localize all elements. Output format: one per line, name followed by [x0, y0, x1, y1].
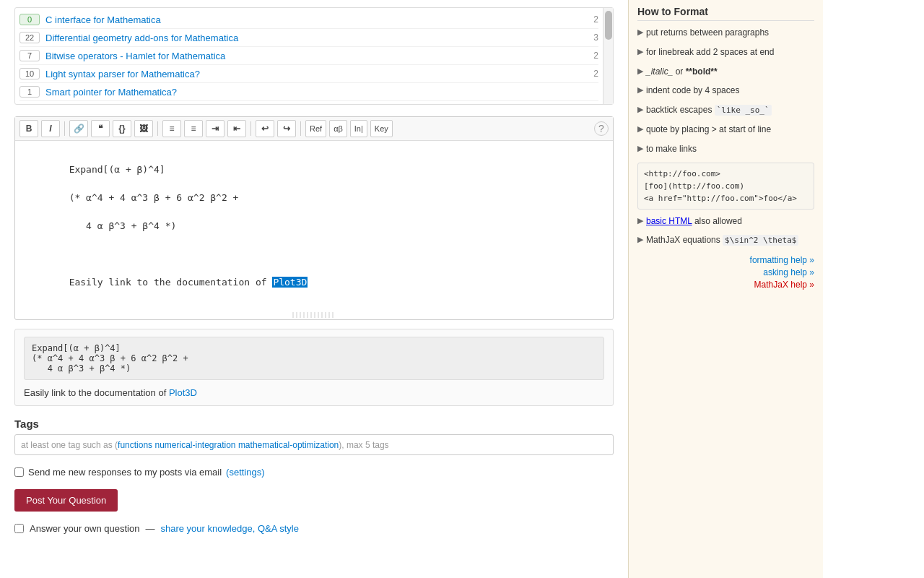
preview-text: Easily link to the documentation of Plot…	[24, 387, 604, 398]
format-item-6: ▶ quote by placing > at start of line	[637, 124, 814, 136]
submit-button[interactable]: Post Your Question	[14, 489, 118, 512]
sidebar: How to Format ▶ put returns between para…	[628, 0, 823, 578]
preview-container: Expand[(α + β)^4] (* α^4 + 4 α^3 β + 6 α…	[14, 329, 614, 406]
preview-code-line2: (* α^4 + 4 α^3 β + 6 α^2 β^2 +	[32, 353, 188, 363]
arrow-icon-2: ▶	[637, 47, 643, 56]
preview-code-line1: Expand[(α + β)^4]	[32, 343, 121, 353]
scrollbar[interactable]	[603, 8, 613, 104]
main-content: 0 C interface for Mathematica 2 22 Diffe…	[0, 0, 628, 578]
settings-link[interactable]: (settings)	[226, 467, 264, 478]
tag-link-numerical[interactable]: numerical-integration	[154, 440, 235, 450]
list-item: 22 Differential geometry add-ons for Mat…	[19, 29, 598, 47]
preview-code-block: Expand[(α + β)^4] (* α^4 + 4 α^3 β + 6 α…	[24, 337, 604, 380]
question-score: 7	[19, 50, 40, 61]
tags-placeholder: at least one tag such as (functions nume…	[21, 440, 389, 450]
question-link[interactable]: Light syntax parser for Mathematica?	[45, 69, 589, 79]
image-button[interactable]: 🖼	[134, 120, 153, 137]
sidebar-title: How to Format	[637, 6, 814, 21]
link-example-3: <a href="http://foo.com">foo</a>	[644, 194, 808, 203]
tag-link-math[interactable]: mathematical-optimization	[238, 440, 339, 450]
answer-own-row: Answer your own question — share your kn…	[14, 523, 614, 534]
key-button[interactable]: Key	[370, 120, 393, 137]
preview-code-line3: 4 α β^3 + β^4 *)	[32, 363, 131, 374]
arrow-icon-7: ▶	[637, 144, 643, 153]
tags-input-wrap[interactable]: at least one tag such as (functions nume…	[14, 434, 614, 455]
outdent-button[interactable]: ⇤	[227, 120, 246, 137]
email-checkbox-row: Send me new responses to my posts via em…	[14, 467, 614, 478]
editor-container: B I 🔗 ❝ {} 🖼 ≡ ≡ ⇥ ⇤ ↩ ↪ Ref αβ In| Key	[14, 116, 614, 320]
question-score: 1	[19, 86, 40, 98]
question-answers: 3	[593, 33, 598, 43]
email-checkbox[interactable]	[14, 467, 24, 477]
answer-own-checkbox[interactable]	[14, 524, 24, 533]
editor-toolbar: B I 🔗 ❝ {} 🖼 ≡ ≡ ⇥ ⇤ ↩ ↪ Ref αβ In| Key	[15, 117, 613, 141]
question-link[interactable]: C interface for Mathematica	[45, 14, 589, 25]
greek-button[interactable]: αβ	[329, 120, 347, 137]
editor-line2: (* α^4 + 4 α^3 β + 6 α^2 β^2 +	[69, 192, 239, 203]
preview-text-link[interactable]: Plot3D	[169, 387, 197, 398]
format-desc-1: put returns between paragraphs	[646, 27, 769, 39]
question-score: 0	[19, 14, 40, 25]
help-button[interactable]: ?	[594, 121, 609, 136]
redo-button[interactable]: ↪	[277, 120, 296, 137]
undo-button[interactable]: ↩	[256, 120, 274, 137]
indent-button[interactable]: ⇥	[206, 120, 225, 137]
toolbar-sep-3	[250, 121, 251, 136]
question-score: 10	[19, 68, 40, 79]
format-desc-5: backtick escapes `like _so_`	[646, 104, 772, 116]
bold-button[interactable]: B	[19, 120, 38, 137]
editor-textarea[interactable]: Expand[(α + β)^4] (* α^4 + 4 α^3 β + 6 α…	[15, 141, 613, 311]
inline-button[interactable]: In|	[350, 120, 367, 137]
list-item: 10 Light syntax parser for Mathematica? …	[19, 65, 598, 83]
question-answers: 2	[593, 51, 598, 61]
link-example-1: <http://foo.com>	[644, 169, 808, 178]
link-button[interactable]: 🔗	[69, 120, 88, 137]
basic-html-link[interactable]: basic HTML	[646, 216, 692, 226]
toolbar-sep-1	[64, 121, 65, 136]
format-item-7: ▶ to make links	[637, 143, 814, 155]
resize-handle[interactable]	[292, 312, 336, 318]
code-button[interactable]: {}	[113, 120, 131, 137]
arrow-icon-html: ▶	[637, 216, 643, 225]
format-item-html: ▶ basic HTML also allowed	[637, 215, 814, 228]
answer-own-label: Answer your own question	[30, 523, 139, 534]
question-link[interactable]: Smart pointer for Mathematica?	[45, 87, 598, 98]
format-item-1: ▶ put returns between paragraphs	[637, 27, 814, 39]
question-list-container: 0 C interface for Mathematica 2 22 Diffe…	[14, 7, 614, 105]
mathjax-help-link[interactable]: MathJaX help »	[637, 280, 814, 290]
answer-own-link[interactable]: share your knowledge, Q&A style	[160, 523, 299, 534]
editor-line1: Expand[(α + β)^4]	[69, 164, 165, 175]
ref-button[interactable]: Ref	[305, 120, 326, 137]
arrow-icon-mathjax: ▶	[637, 235, 643, 244]
format-item-2: ▶ for linebreak add 2 spaces at end	[637, 46, 814, 59]
question-link[interactable]: Bitwise operators - Hamlet for Mathemati…	[45, 51, 589, 61]
ul-button[interactable]: ≡	[184, 120, 203, 137]
format-item-5: ▶ backtick escapes `like _so_`	[637, 104, 814, 116]
format-item-mathjax: ▶ MathJaX equations $\sin^2 \theta$	[637, 234, 814, 246]
tag-link-functions[interactable]: functions	[118, 440, 152, 450]
editor-line5-pre: Easily link to the documentation of	[69, 277, 273, 288]
editor-line3: 4 α β^3 + β^4 *)	[69, 220, 177, 231]
link-example-2: [foo](http://foo.com)	[644, 181, 808, 191]
blockquote-button[interactable]: ❝	[91, 120, 110, 137]
question-link[interactable]: Differential geometry add-ons for Mathem…	[45, 33, 589, 43]
ol-button[interactable]: ≡	[162, 120, 181, 137]
preview-text-pre: Easily link to the documentation of	[24, 387, 169, 398]
scrollbar-thumb[interactable]	[605, 11, 612, 40]
arrow-icon-1: ▶	[637, 27, 643, 37]
format-footer-links: formatting help » asking help » MathJaX …	[637, 255, 814, 290]
formatting-help-link[interactable]: formatting help »	[637, 255, 814, 265]
email-checkbox-label: Send me new responses to my posts via em…	[28, 467, 222, 478]
asking-help-link[interactable]: asking help »	[637, 267, 814, 277]
format-desc-2: for linebreak add 2 spaces at end	[646, 46, 774, 59]
tags-section: Tags at least one tag such as (functions…	[14, 418, 614, 455]
format-desc-3: _italic_ or **bold**	[646, 66, 718, 78]
question-score: 22	[19, 32, 40, 43]
list-item: 7 Bitwise operators - Hamlet for Mathema…	[19, 47, 598, 65]
arrow-icon-6: ▶	[637, 124, 643, 134]
italic-button[interactable]: I	[41, 120, 60, 137]
toolbar-sep-4	[300, 121, 301, 136]
arrow-icon-5: ▶	[637, 105, 643, 114]
question-answers: 2	[593, 69, 598, 79]
format-desc-mathjax: MathJaX equations $\sin^2 \theta$	[646, 234, 798, 246]
